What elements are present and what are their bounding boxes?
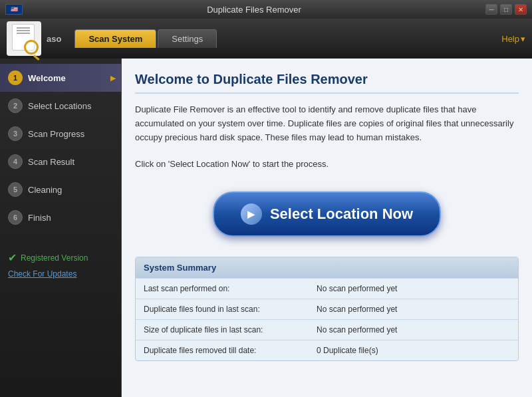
- content-description-2: Click on 'Select Location Now' to start …: [135, 158, 519, 172]
- summary-header: System Summary: [136, 257, 518, 278]
- close-button[interactable]: ✕: [515, 4, 527, 15]
- summary-label-0: Last scan performed on:: [144, 284, 317, 293]
- play-icon: ▶: [241, 203, 262, 225]
- sidebar-item-scan-progress[interactable]: 3 Scan Progress: [0, 120, 121, 148]
- content-area: Welcome to Duplicate Files Remover Dupli…: [122, 59, 532, 397]
- summary-label-1: Duplicate files found in last scan:: [144, 305, 317, 314]
- sidebar-label-cleaning: Cleaning: [28, 185, 62, 195]
- sidebar-bottom: ✔ Registered Version Check For Updates: [0, 245, 121, 285]
- sidebar-label-scan-result: Scan Result: [28, 157, 74, 167]
- app-logo: [7, 21, 41, 56]
- summary-value-3: 0 Duplicate file(s): [317, 346, 378, 355]
- help-chevron-icon: ▾: [521, 34, 525, 44]
- system-summary-box: System Summary Last scan performed on: N…: [135, 257, 519, 361]
- sidebar-label-scan-progress: Scan Progress: [28, 129, 84, 139]
- registered-status: ✔ Registered Version: [8, 251, 113, 264]
- check-updates-link[interactable]: Check For Updates: [8, 269, 113, 279]
- sidebar-label-finish: Finish: [28, 213, 51, 223]
- header: aso Scan System Settings Help ▾: [0, 19, 532, 59]
- flag-icon: 🇺🇸: [5, 4, 23, 15]
- sidebar-label-welcome: Welcome: [28, 73, 66, 83]
- sidebar: 1 Welcome 2 Select Locations 3 Scan Prog…: [0, 59, 122, 397]
- sidebar-item-finish[interactable]: 6 Finish: [0, 203, 121, 231]
- tab-settings[interactable]: Settings: [158, 29, 217, 48]
- summary-value-1: No scan performed yet: [317, 305, 397, 314]
- summary-label-2: Size of duplicate files in last scan:: [144, 325, 317, 334]
- sidebar-item-welcome[interactable]: 1 Welcome: [0, 64, 121, 92]
- content-description-1: Duplicate File Remover is an effective t…: [135, 103, 519, 144]
- summary-row-0: Last scan performed on: No scan performe…: [136, 278, 518, 299]
- summary-label-3: Duplicate files removed till date:: [144, 346, 317, 355]
- select-location-button[interactable]: ▶ Select Location Now: [213, 192, 441, 237]
- summary-row-2: Size of duplicate files in last scan: No…: [136, 319, 518, 340]
- tab-bar: Scan System Settings: [74, 29, 217, 48]
- summary-value-2: No scan performed yet: [317, 325, 397, 334]
- content-title: Welcome to Duplicate Files Remover: [135, 72, 519, 94]
- step-badge-2: 2: [8, 98, 23, 113]
- sidebar-item-scan-result[interactable]: 4 Scan Result: [0, 148, 121, 176]
- logo-area: aso: [7, 21, 61, 56]
- maximize-button[interactable]: □: [500, 4, 512, 15]
- window-title: Duplicate Files Remover: [23, 5, 485, 15]
- select-button-container: ▶ Select Location Now: [135, 192, 519, 237]
- brand-name: aso: [47, 34, 61, 44]
- step-badge-4: 4: [8, 154, 23, 169]
- step-badge-6: 6: [8, 210, 23, 225]
- sidebar-label-select-locations: Select Locations: [28, 101, 91, 111]
- help-button[interactable]: Help ▾: [501, 34, 525, 44]
- summary-row-3: Duplicate files removed till date: 0 Dup…: [136, 340, 518, 360]
- minimize-button[interactable]: ─: [485, 4, 497, 15]
- window-controls: ─ □ ✕: [485, 4, 527, 15]
- main-layout: 1 Welcome 2 Select Locations 3 Scan Prog…: [0, 59, 532, 397]
- step-badge-5: 5: [8, 182, 23, 197]
- summary-value-0: No scan performed yet: [317, 284, 397, 293]
- step-badge-3: 3: [8, 126, 23, 141]
- tab-scan-system[interactable]: Scan System: [74, 29, 156, 48]
- title-bar: 🇺🇸 Duplicate Files Remover ─ □ ✕: [0, 0, 532, 19]
- sidebar-item-select-locations[interactable]: 2 Select Locations: [0, 92, 121, 120]
- registered-check-icon: ✔: [8, 251, 17, 264]
- registered-label: Registered Version: [21, 253, 88, 263]
- sidebar-item-cleaning[interactable]: 5 Cleaning: [0, 176, 121, 203]
- step-badge-1: 1: [8, 70, 23, 85]
- select-location-label: Select Location Now: [270, 205, 413, 223]
- summary-row-1: Duplicate files found in last scan: No s…: [136, 299, 518, 319]
